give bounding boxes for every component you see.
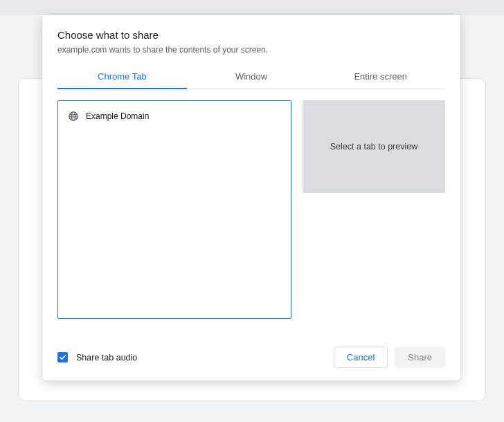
globe-icon (68, 111, 79, 122)
share-audio-checkbox[interactable]: Share tab audio (57, 352, 137, 363)
browser-top-bar (0, 0, 504, 15)
tab-entire-screen[interactable]: Entire screen (316, 66, 445, 89)
tab-list[interactable]: Example Domain (57, 100, 291, 319)
share-button[interactable]: Share (395, 347, 445, 368)
share-audio-label: Share tab audio (76, 353, 137, 363)
source-tabs: Chrome Tab Window Entire screen (57, 66, 445, 89)
dialog-subtitle: example.com wants to share the contents … (57, 45, 445, 55)
tab-label: Chrome Tab (98, 71, 147, 82)
dialog-footer: Share tab audio Cancel Share (57, 347, 445, 368)
checkbox-checked-icon (57, 352, 68, 363)
tab-list-item-label: Example Domain (86, 111, 149, 121)
tab-label: Entire screen (354, 71, 407, 82)
preview-placeholder: Select a tab to preview (303, 100, 445, 193)
dialog-title: Choose what to share (57, 29, 445, 41)
content-row: Example Domain Select a tab to preview (57, 100, 445, 319)
tab-chrome-tab[interactable]: Chrome Tab (57, 66, 187, 89)
tab-window[interactable]: Window (187, 66, 316, 89)
share-dialog: Choose what to share example.com wants t… (42, 15, 460, 380)
tab-label: Window (235, 71, 267, 82)
preview-placeholder-text: Select a tab to preview (330, 142, 417, 152)
cancel-button[interactable]: Cancel (334, 347, 388, 368)
tab-list-item[interactable]: Example Domain (65, 108, 284, 125)
dialog-actions: Cancel Share (334, 347, 445, 368)
